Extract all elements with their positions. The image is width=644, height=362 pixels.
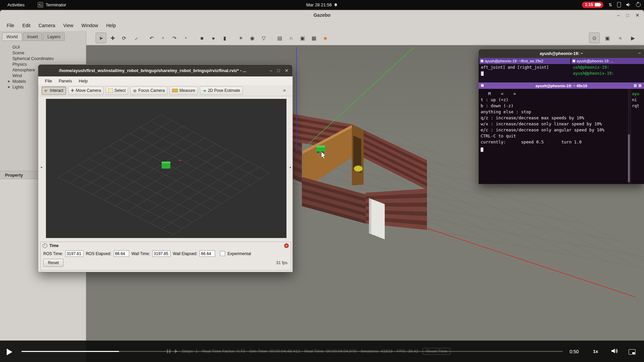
phone-icon[interactable]	[617, 2, 621, 7]
plot-button[interactable]: ≈	[615, 33, 625, 43]
minimize-icon[interactable]: –	[270, 68, 272, 73]
video-progress-bar[interactable]	[21, 351, 563, 352]
maximize-icon[interactable]: □	[626, 13, 629, 18]
gazebo-menu-file[interactable]: File	[3, 23, 18, 28]
scale-tool[interactable]: ↔	[130, 33, 141, 43]
right-panel-collapse-icon[interactable]: ◂	[289, 165, 291, 169]
undo-menu[interactable]: ▾	[158, 33, 168, 43]
gazebo-menu-edit[interactable]: Edit	[18, 23, 35, 28]
activities-button[interactable]: Activities	[5, 0, 26, 9]
gazebo-menu-window[interactable]: Window	[77, 23, 102, 28]
gazebo-titlebar[interactable]: Gazebo – □ ✕	[0, 10, 644, 20]
screenshot-button[interactable]: ⊙	[589, 33, 600, 43]
expand-arrow-icon[interactable]: ▶	[8, 80, 12, 83]
pane-button-icon[interactable]	[634, 84, 637, 87]
pane-divider[interactable]	[631, 89, 631, 184]
pane-button-icon[interactable]	[639, 84, 641, 87]
gazebo-tab-world[interactable]: World	[2, 33, 22, 41]
pane-grabber-icon[interactable]	[481, 60, 483, 62]
minimize-icon[interactable]: –	[617, 13, 620, 18]
rviz-tool-move-camera[interactable]: Move Camera	[68, 86, 104, 95]
record-log-button[interactable]: ▣	[602, 33, 612, 43]
wall-time-field[interactable]	[152, 250, 170, 257]
translate-tool[interactable]: ✚	[108, 33, 118, 43]
redo-button[interactable]: ↷	[169, 33, 179, 43]
pane-grabber-icon[interactable]	[573, 60, 575, 62]
play-button[interactable]	[7, 349, 12, 355]
ros-elapsed-field[interactable]	[114, 250, 129, 257]
wall-elapsed-field[interactable]	[200, 250, 215, 257]
system-tray[interactable]: 1:15 ⇅	[582, 0, 641, 9]
gazebo-tree-gui[interactable]: GUI	[0, 44, 86, 50]
reset-button[interactable]: Reset	[43, 259, 63, 267]
expand-arrow-icon[interactable]: ▶	[8, 85, 12, 88]
white-door-panel[interactable]	[369, 198, 385, 239]
video-record-button[interactable]: ▶	[628, 33, 638, 43]
terminal-titlebar[interactable]: ayush@pheonix-19: ~ –	[479, 49, 644, 58]
minimize-icon[interactable]: –	[638, 51, 641, 55]
left-panel-collapse-icon[interactable]: ▸	[41, 165, 43, 169]
battery-indicator[interactable]: 1:15	[582, 2, 603, 8]
gazebo-tree-scene[interactable]: Scene	[0, 50, 86, 56]
power-icon[interactable]	[636, 2, 641, 7]
volume-icon[interactable]	[611, 348, 618, 354]
terminal-pane-sliver[interactable]: ayunirqt	[632, 89, 644, 184]
gazebo-menu-view[interactable]: View	[59, 23, 77, 28]
rviz-3d-view[interactable]	[46, 99, 286, 238]
pane-grabber-icon[interactable]	[481, 84, 484, 87]
robot-model-top[interactable]	[316, 145, 325, 148]
cylinder-shape[interactable]: ▮	[220, 33, 230, 43]
spot-light[interactable]: ▽	[259, 33, 269, 43]
playback-speed-button[interactable]: 1x	[593, 349, 598, 354]
snap-tool[interactable]: ∩	[286, 33, 296, 43]
volume-icon[interactable]	[626, 2, 631, 7]
time-panel-close-icon[interactable]: ✕	[284, 243, 289, 248]
terminal-scrollbar[interactable]	[628, 89, 630, 184]
joint-tool[interactable]: ■	[320, 33, 330, 43]
terminal-pane-tab-right[interactable]: ayush@pheonix-19: ...	[571, 58, 644, 64]
undo-button[interactable]: ↶	[147, 33, 157, 43]
gazebo-tab-layers[interactable]: Layers	[43, 33, 65, 41]
gazebo-menu-camera[interactable]: Camera	[35, 23, 59, 28]
redo-menu[interactable]: ▾	[181, 33, 191, 43]
sun-light[interactable]: ☀	[236, 33, 246, 43]
close-icon[interactable]: ✕	[285, 68, 288, 73]
scrollbar-thumb[interactable]	[628, 134, 630, 182]
terminal-main-pane[interactable]: M < >t : up (+z)b : down (-z)anything el…	[479, 89, 630, 184]
rviz-menu-file[interactable]: File	[42, 78, 55, 83]
clock-menu[interactable]: Mar 28 21:56	[0, 0, 644, 9]
toolbar-overflow-icon[interactable]: »	[283, 87, 286, 93]
ros-time-field[interactable]	[65, 250, 84, 257]
terminal-pane-left[interactable]: eft_joint] and [right_joint]	[479, 64, 571, 82]
maximize-icon[interactable]: □	[277, 68, 280, 73]
rviz-tool-measure[interactable]: Measure	[169, 86, 198, 95]
terminal-active-pane-titlebar[interactable]: ayush@pheonix-19: ~ 49x15	[479, 82, 644, 89]
focused-app-indicator[interactable]: >_ Terminator	[38, 0, 66, 9]
select-tool[interactable]: ➤	[96, 33, 106, 43]
point-light[interactable]: ◉	[247, 33, 257, 43]
gazebo-tree-spherical-coordinates[interactable]: Spherical Coordinates	[0, 56, 86, 61]
rviz-menu-panels[interactable]: Panels	[55, 78, 75, 83]
terminal-pane-right[interactable]: ush@pheonix-19: ayush@pheonix-19:	[571, 64, 644, 82]
box-shape[interactable]: ■	[197, 33, 207, 43]
yellow-disc[interactable]	[354, 166, 363, 172]
rviz-titlebar[interactable]: /home/ayush/first_ws/install/my_robot_br…	[38, 65, 292, 76]
picture-in-picture-icon[interactable]	[629, 349, 636, 355]
sphere-shape[interactable]: ●	[208, 33, 218, 43]
gazebo-tab-insert[interactable]: Insert	[23, 33, 43, 41]
rotate-tool[interactable]: ⟳	[119, 33, 129, 43]
robot-model-body[interactable]	[316, 147, 325, 152]
gazebo-menu-help[interactable]: Help	[102, 23, 120, 28]
rviz-menu-help[interactable]: Help	[75, 78, 91, 83]
rviz-tool-2d-pose-estimate[interactable]: 2D Pose Estimate	[200, 86, 243, 95]
rviz-tool-interact[interactable]: Interact	[42, 86, 66, 95]
copy-button[interactable]: ▣	[298, 33, 308, 43]
rviz-tool-select[interactable]: Select	[106, 86, 128, 95]
rviz-tool-focus-camera[interactable]: Focus Camera	[130, 86, 167, 95]
paste-button[interactable]: ▦	[309, 33, 319, 43]
close-icon[interactable]: ✕	[636, 13, 639, 18]
experimental-checkbox[interactable]	[220, 251, 225, 256]
network-icon[interactable]: ⇅	[608, 3, 612, 7]
align-tool[interactable]: ▤	[275, 33, 285, 43]
terminal-pane-tab-left[interactable]: ayush@pheonix-19: ~/first_ws 29x2	[479, 58, 571, 64]
